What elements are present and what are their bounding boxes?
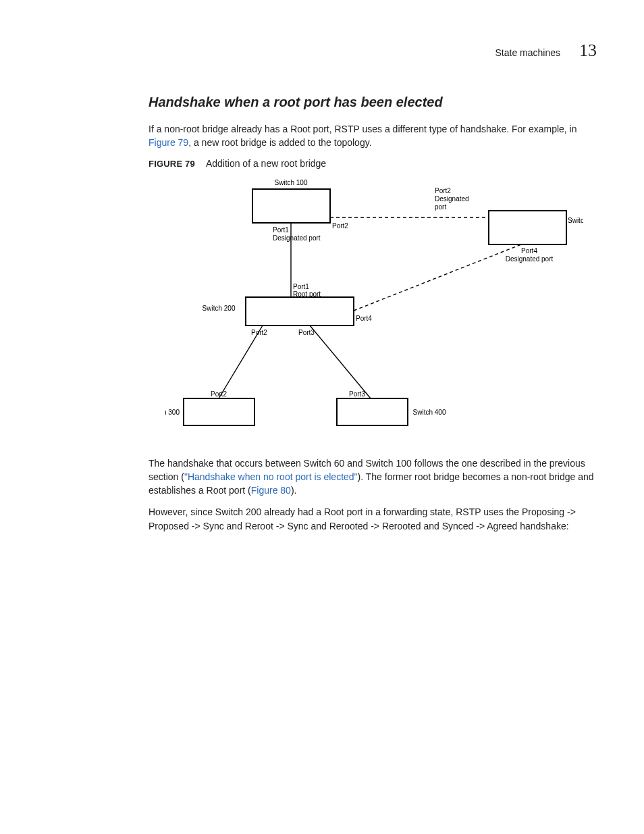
sw300-label: Switch 300 bbox=[165, 409, 180, 416]
sw400-port3: Port3 bbox=[349, 390, 365, 398]
sw200-port4: Port4 bbox=[356, 315, 372, 322]
figure-caption: FIGURE 79 Addition of a new root bridge bbox=[149, 158, 597, 169]
p2desig-2: Designated bbox=[435, 195, 469, 203]
p2-text-c: ). bbox=[291, 485, 297, 496]
page-header: State machines 13 bbox=[47, 41, 597, 61]
page: State machines 13 Handshake when a root … bbox=[0, 0, 644, 581]
p1desig-2: Designated port bbox=[273, 234, 321, 242]
handshake-xref-link[interactable]: "Handshake when no root port is elected" bbox=[184, 471, 358, 482]
sw200-port3: Port3 bbox=[298, 329, 315, 336]
svg-line-5 bbox=[354, 244, 521, 311]
svg-rect-4 bbox=[246, 297, 354, 325]
paragraph-1: If a non-root bridge already has a Root … bbox=[149, 122, 597, 150]
sw200-label: Switch 200 bbox=[203, 305, 236, 312]
p1desig-1: Port1 bbox=[273, 226, 289, 234]
svg-rect-1 bbox=[489, 211, 566, 244]
svg-rect-0 bbox=[252, 189, 330, 223]
paragraph-3: However, since Switch 200 already had a … bbox=[149, 505, 597, 533]
sw100-label: Switch 100 bbox=[275, 179, 308, 186]
paragraph-2: The handshake that occurs between Switch… bbox=[149, 457, 597, 498]
svg-line-6 bbox=[219, 325, 263, 398]
svg-rect-8 bbox=[184, 398, 254, 425]
p1-text-b: , a new root bridge is added to the topo… bbox=[188, 137, 371, 148]
sw100-port2: Port2 bbox=[332, 222, 348, 230]
p1-text-a: If a non-root bridge already has a Root … bbox=[149, 124, 577, 134]
p4desig-1: Port4 bbox=[521, 247, 537, 255]
diagram: Switch 100 Switch 60 Port2 Port2 Designa… bbox=[165, 176, 597, 446]
sw400-label: Switch 400 bbox=[413, 409, 446, 416]
topology-svg: Switch 100 Switch 60 Port2 Port2 Designa… bbox=[165, 176, 583, 446]
content: Handshake when a root port has been elec… bbox=[149, 95, 597, 533]
sw60-label: Switch 60 bbox=[568, 217, 583, 224]
p2desig-1: Port2 bbox=[435, 187, 451, 194]
header-pagenum: 13 bbox=[579, 41, 597, 61]
header-section: State machines bbox=[495, 47, 561, 58]
svg-line-7 bbox=[310, 325, 371, 398]
figure-label: FIGURE 79 bbox=[149, 159, 195, 169]
sw300-port2: Port2 bbox=[211, 390, 227, 398]
section-title: Handshake when a root port has been elec… bbox=[149, 95, 597, 110]
figure-80-link[interactable]: Figure 80 bbox=[251, 485, 291, 496]
p1root-1: Port1 bbox=[293, 283, 309, 290]
p2desig-3: port bbox=[435, 203, 446, 211]
figure-79-link[interactable]: Figure 79 bbox=[149, 137, 188, 148]
p1root-2: Root port bbox=[293, 290, 321, 298]
figure-title: Addition of a new root bridge bbox=[206, 158, 326, 169]
sw200-port2: Port2 bbox=[251, 329, 267, 336]
svg-rect-9 bbox=[337, 398, 408, 425]
p4desig-2: Designated port bbox=[506, 255, 554, 263]
